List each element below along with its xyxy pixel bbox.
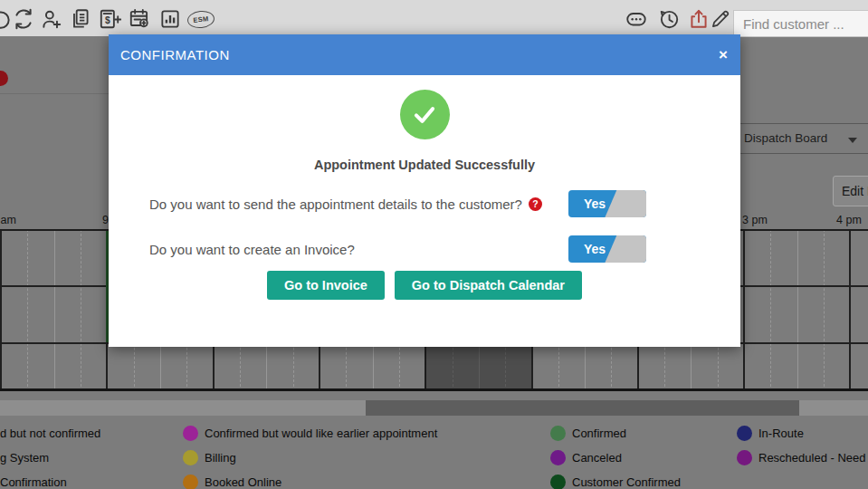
legend-label: Booked Online: [205, 475, 281, 489]
view-selector-dispatch-board[interactable]: Dispatch Board: [744, 131, 827, 145]
legend-column: Confirmed but would like earlier appoint…: [183, 421, 437, 489]
modal-title: CONFIRMATION: [120, 47, 230, 62]
time-label: 8 am: [0, 214, 16, 226]
legend-color-dot: [183, 426, 198, 441]
sync-icon[interactable]: [12, 7, 35, 31]
reports-icon[interactable]: [158, 7, 182, 31]
legend-color-dot: [550, 475, 566, 489]
send-details-toggle[interactable]: Yes: [568, 190, 646, 217]
time-label: 3 pm: [742, 214, 768, 226]
success-message: Appointment Updated Successfully: [109, 158, 740, 172]
find-customer-input[interactable]: [733, 10, 868, 37]
question-text: Do you want to send the appointment deta…: [149, 197, 522, 212]
caret-down-icon[interactable]: [848, 138, 857, 143]
horizontal-scrollbar-thumb[interactable]: [366, 400, 799, 416]
toggle-state-label: Yes: [584, 235, 606, 263]
legend-label: g System: [0, 451, 49, 465]
legend-color-dot: [550, 426, 566, 441]
toggle-handle: [568, 235, 646, 263]
legend-label: Rescheduled - Need Part: [758, 451, 868, 465]
grid-line: [797, 229, 798, 391]
modal-button-row: Go to Invoice Go to Dispatch Calendar: [109, 271, 740, 300]
legend-column: d but not confirmedg SystemConfirmation: [0, 421, 100, 489]
legend-item: Confirmation: [0, 470, 100, 489]
legend-color-dot: [183, 450, 198, 465]
export-icon[interactable]: [687, 7, 711, 31]
success-check-icon: [400, 90, 450, 139]
legend-item: g System: [0, 446, 100, 470]
legend-label: Canceled: [572, 451, 622, 465]
legend-color-dot: [550, 450, 566, 465]
legend-color-dot: [737, 426, 752, 441]
copy-documents-icon[interactable]: [69, 7, 92, 31]
confirmation-modal: CONFIRMATION × Appointment Updated Succe…: [109, 34, 740, 347]
legend-item: Confirmed but would like earlier appoint…: [183, 421, 437, 446]
grid-line: [81, 229, 81, 391]
legend-item: Canceled: [550, 446, 681, 470]
close-icon[interactable]: ×: [719, 47, 728, 62]
go-to-invoice-button[interactable]: Go to Invoice: [267, 271, 385, 300]
add-appointment-icon[interactable]: [128, 7, 151, 31]
time-label: 4 pm: [836, 214, 862, 226]
legend-label: Customer Confirmed: [572, 475, 681, 489]
legend-item: d but not confirmed: [0, 421, 100, 446]
legend-item: Billing: [183, 446, 437, 470]
legend-item: Confirmed: [550, 421, 681, 446]
toggle-handle: [568, 190, 646, 217]
question-row-create-invoice: Do you want to create an Invoice? Yes: [149, 235, 646, 263]
toggle-state-label: Yes: [584, 190, 606, 217]
legend-label: Confirmed but would like earlier appoint…: [205, 427, 437, 440]
legend-label: d but not confirmed: [0, 427, 100, 440]
history-icon[interactable]: [657, 7, 681, 31]
grid-line: [0, 229, 2, 391]
edit-pencil-icon[interactable]: [709, 7, 732, 31]
legend-column: ConfirmedCanceledCustomer Confirmed: [550, 421, 681, 489]
esm-badge[interactable]: ESM: [186, 9, 215, 29]
create-invoice-toggle[interactable]: Yes: [568, 235, 646, 263]
notification-badge: [0, 71, 8, 86]
grid-line: [27, 229, 28, 391]
legend-label: Billing: [205, 451, 236, 465]
grid-line: [54, 229, 55, 391]
partial-icon[interactable]: [0, 7, 13, 31]
top-toolbar: $ ESM: [0, 0, 868, 36]
grid-line: [824, 229, 825, 391]
legend-label: Confirmed: [572, 427, 626, 440]
question-row-send-details: Do you want to send the appointment deta…: [149, 190, 646, 217]
app-window: Dispatch Board Edit N 8 am93 pm4 pm d bu…: [0, 0, 868, 489]
question-text: Do you want to create an Invoice?: [149, 242, 355, 257]
legend-item: Booked Online: [183, 470, 437, 489]
legend-label: Confirmation: [0, 475, 67, 489]
help-icon[interactable]: ?: [529, 197, 542, 211]
legend-color-dot: [183, 475, 198, 489]
svg-text:$: $: [105, 15, 110, 25]
add-customer-icon[interactable]: [40, 7, 63, 31]
time-label: 9: [102, 214, 109, 226]
divider: [0, 93, 109, 94]
grid-line: [743, 229, 745, 391]
chat-icon[interactable]: [625, 7, 648, 31]
legend-item: Customer Confirmed: [550, 470, 681, 489]
create-invoice-icon[interactable]: $: [98, 7, 121, 31]
grid-line: [770, 229, 771, 391]
go-to-dispatch-calendar-button[interactable]: Go to Dispatch Calendar: [395, 271, 582, 300]
legend-item: Rescheduled - Need Part: [737, 446, 868, 470]
grid-line: [849, 229, 851, 391]
legend-color-dot: [737, 450, 752, 465]
legend-label: In-Route: [758, 427, 804, 440]
legend-item: In-Route: [737, 421, 868, 446]
legend-column: In-RouteRescheduled - Need Part: [737, 421, 868, 470]
modal-header: CONFIRMATION ×: [109, 34, 740, 75]
edit-button[interactable]: Edit N: [833, 176, 868, 206]
